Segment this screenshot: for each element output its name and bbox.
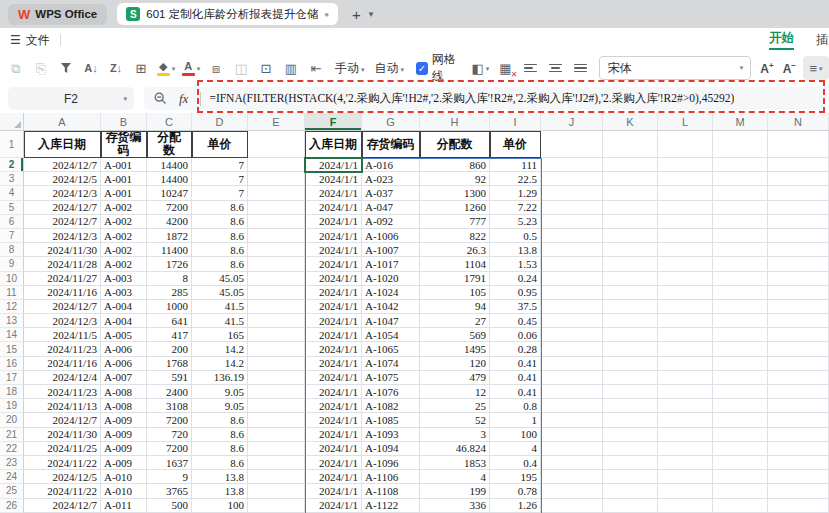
- cell[interactable]: 2024/11/13: [24, 399, 101, 413]
- cell[interactable]: 2024/1/1: [305, 229, 362, 243]
- cell[interactable]: 存货编码: [362, 131, 420, 158]
- cell[interactable]: 13.8: [192, 470, 248, 484]
- cell[interactable]: 2024/1/1: [305, 484, 362, 498]
- cell[interactable]: A-1042: [362, 300, 420, 314]
- cell[interactable]: A-1122: [362, 499, 420, 513]
- cell[interactable]: A-1093: [362, 428, 420, 442]
- cell[interactable]: [658, 186, 713, 200]
- cell[interactable]: [541, 172, 603, 186]
- cell[interactable]: 11400: [147, 243, 192, 257]
- cell[interactable]: 5.23: [490, 215, 541, 229]
- cell[interactable]: 0.5: [490, 229, 541, 243]
- cell[interactable]: [603, 286, 658, 300]
- row-header-11[interactable]: 11: [0, 286, 24, 300]
- cell[interactable]: [603, 300, 658, 314]
- cell[interactable]: A-1065: [362, 342, 420, 356]
- align-left-icon[interactable]: [521, 58, 539, 78]
- cell[interactable]: [541, 442, 603, 456]
- row-header-18[interactable]: 18: [0, 385, 24, 399]
- cell[interactable]: A-006: [101, 342, 147, 356]
- cell[interactable]: A-1094: [362, 442, 420, 456]
- cell[interactable]: 52: [420, 413, 490, 427]
- cell[interactable]: 10247: [147, 186, 192, 200]
- cell[interactable]: [248, 342, 305, 356]
- cell[interactable]: [768, 470, 829, 484]
- fx-icon[interactable]: fx: [179, 91, 188, 107]
- cell[interactable]: [658, 499, 713, 513]
- cell[interactable]: [248, 243, 305, 257]
- cell[interactable]: 479: [420, 371, 490, 385]
- cell[interactable]: 2024/12/7: [24, 201, 101, 215]
- cell[interactable]: [713, 229, 768, 243]
- sort-ascending-icon[interactable]: A↓: [82, 58, 100, 78]
- cell[interactable]: [713, 158, 768, 172]
- cell[interactable]: A-002: [101, 201, 147, 215]
- cell[interactable]: 2024/11/30: [24, 243, 101, 257]
- cell[interactable]: 分配数: [420, 131, 490, 158]
- cell[interactable]: 2024/1/1: [305, 300, 362, 314]
- cell[interactable]: [768, 201, 829, 215]
- cell[interactable]: [248, 272, 305, 286]
- font-select[interactable]: 宋体 ▾: [599, 56, 751, 80]
- cell[interactable]: [541, 201, 603, 215]
- freeze-panes-icon[interactable]: ◧▾: [471, 58, 489, 78]
- cell[interactable]: [658, 243, 713, 257]
- cell[interactable]: [248, 357, 305, 371]
- cell[interactable]: 8.6: [192, 201, 248, 215]
- cell[interactable]: 591: [147, 371, 192, 385]
- cell[interactable]: 777: [420, 215, 490, 229]
- cell[interactable]: [658, 413, 713, 427]
- cell[interactable]: A-009: [101, 413, 147, 427]
- cell[interactable]: [658, 215, 713, 229]
- cell[interactable]: 2024/12/7: [24, 215, 101, 229]
- cell[interactable]: A-1074: [362, 357, 420, 371]
- tab-home[interactable]: 开始: [769, 30, 794, 50]
- cell[interactable]: 2024/11/25: [24, 442, 101, 456]
- cell[interactable]: [603, 186, 658, 200]
- cell[interactable]: [658, 229, 713, 243]
- cell[interactable]: [248, 328, 305, 342]
- cell[interactable]: A-037: [362, 186, 420, 200]
- cell[interactable]: 2024/1/1: [305, 442, 362, 456]
- cell[interactable]: 2024/12/3: [24, 314, 101, 328]
- cell[interactable]: 9: [147, 470, 192, 484]
- cell[interactable]: [768, 243, 829, 257]
- gridlines-checkbox[interactable]: ✓: [416, 62, 428, 75]
- cell[interactable]: [658, 131, 713, 158]
- cell[interactable]: 单价: [192, 131, 248, 158]
- cell[interactable]: 0.41: [490, 385, 541, 399]
- cell[interactable]: [713, 428, 768, 442]
- cell[interactable]: [658, 300, 713, 314]
- cell[interactable]: 641: [147, 314, 192, 328]
- cell[interactable]: 0.28: [490, 342, 541, 356]
- cell[interactable]: [768, 172, 829, 186]
- cell[interactable]: 2024/11/16: [24, 286, 101, 300]
- cell[interactable]: [768, 442, 829, 456]
- cell[interactable]: [713, 215, 768, 229]
- cell[interactable]: [768, 342, 829, 356]
- cell[interactable]: 4200: [147, 215, 192, 229]
- cell[interactable]: A-1082: [362, 399, 420, 413]
- cell[interactable]: [768, 286, 829, 300]
- cell[interactable]: 2024/12/7: [24, 499, 101, 513]
- cell[interactable]: [603, 428, 658, 442]
- cell[interactable]: [658, 371, 713, 385]
- cell[interactable]: 2400: [147, 385, 192, 399]
- cell[interactable]: 3: [420, 428, 490, 442]
- cell[interactable]: [541, 456, 603, 470]
- cell[interactable]: [713, 484, 768, 498]
- cell[interactable]: [248, 131, 305, 158]
- cell[interactable]: [713, 456, 768, 470]
- cell[interactable]: 2024/1/1: [305, 456, 362, 470]
- name-box-chevron-icon[interactable]: ▾: [123, 95, 127, 103]
- cell[interactable]: 45.05: [192, 286, 248, 300]
- cell[interactable]: [248, 229, 305, 243]
- cell[interactable]: A-1054: [362, 328, 420, 342]
- cell[interactable]: 0.41: [490, 371, 541, 385]
- cell[interactable]: [658, 399, 713, 413]
- cell[interactable]: [603, 229, 658, 243]
- cell[interactable]: 165: [192, 328, 248, 342]
- file-menu[interactable]: 文件: [26, 32, 50, 49]
- cell[interactable]: [768, 215, 829, 229]
- row-header-23[interactable]: 23: [0, 456, 24, 470]
